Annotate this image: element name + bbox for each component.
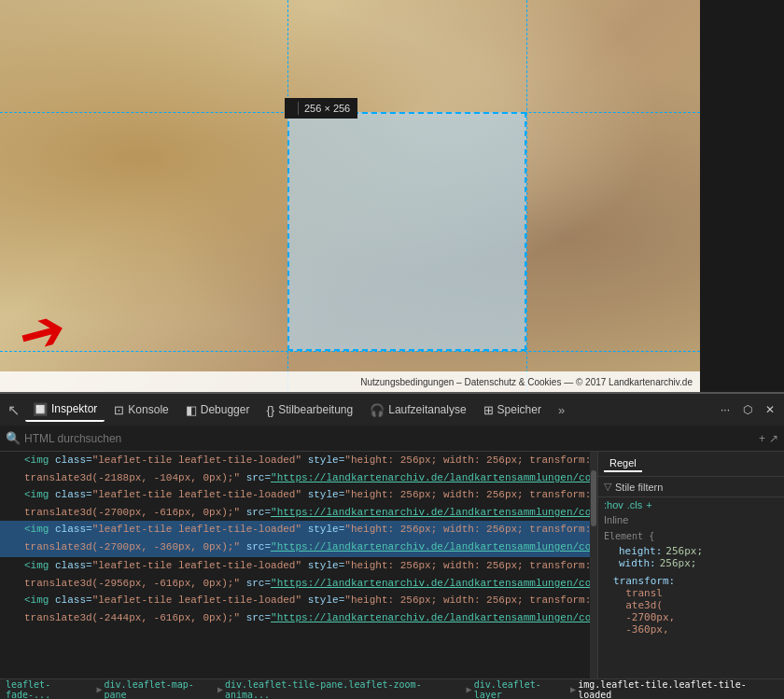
tab-laufzeit-label: Laufzeitanalyse [388,403,466,416]
tab-stil-label: Stilbearbeitung [278,403,353,416]
breadcrumb-item[interactable]: div.leaflet-layer [474,679,568,700]
prop-width: width: 256px; [604,557,778,569]
more-tabs-button[interactable]: » [554,403,568,417]
breadcrumb-item[interactable]: div.leaflet-tile-pane.leaflet-zoom-anima… [225,679,465,700]
close-devtools-button[interactable]: ✕ [760,399,780,420]
tab-inspektor[interactable]: 🔲 Inspektor [25,398,105,422]
inspector-icon[interactable]: ↖ [4,401,23,419]
filter-bar: ▽ Stile filtern [598,477,784,497]
map-footer: Nutzungsbedingungen – Datenschutz & Cook… [0,371,700,392]
tab-regel[interactable]: Regel [604,455,642,472]
code-line: <img class="leaflet-tile leaflet-tile-lo… [0,557,590,575]
cls-option[interactable]: .cls [627,499,643,510]
tooltip-size: 256 × 256 [304,103,350,114]
breadcrumb-item[interactable]: div.leaflet-map-pane [105,679,216,700]
stil-icon: {} [266,403,274,417]
breadcrumb-item[interactable]: leaflet-fade-... [6,679,95,700]
tooltip-divider [298,102,299,115]
inline-label: Inline [598,512,784,527]
hov-option[interactable]: :hov [604,499,623,510]
tab-inspektor-label: Inspektor [51,402,97,415]
filter-icon: ▽ [604,481,611,493]
code-main: <img class="leaflet-tile leaflet-tile-lo… [0,452,590,678]
tab-speicher-label: Speicher [497,403,541,416]
code-line: <img class="leaflet-tile leaflet-tile-lo… [0,486,590,504]
add-search-button[interactable]: + [759,432,765,445]
code-line-highlighted: <img class="leaflet-tile leaflet-tile-lo… [0,521,590,538]
code-line-highlighted: translate3d(-2700px, -360px, 0px);" src=… [0,538,590,558]
crosshair-line-h-mid [0,351,700,352]
konsole-icon: ⊡ [114,403,124,417]
tab-debugger-label: Debugger [201,403,250,416]
devtools-right-panel: Regel ▽ Stile filtern :hov .cls + Inline… [597,452,784,678]
devtools-search-bar: 🔍 + ↗ [0,426,784,452]
devtools-code-area: <img class="leaflet-tile leaflet-tile-lo… [0,452,784,678]
devtools-breadcrumb: leaflet-fade-... ▶ div.leaflet-map-pane … [0,678,784,699]
devtools-toolbar: ↖ 🔲 Inspektor ⊡ Konsole ◧ Debugger {} St… [0,392,784,426]
map-area: 256 × 256 ➔ Nutzungsbedingungen – Datens… [0,0,700,392]
right-panel-toolbar: Regel [598,452,784,477]
filter-stile-label: Stile filtern [615,482,663,493]
element-tooltip: 256 × 256 [285,98,357,119]
scroll-thumb[interactable] [591,470,596,526]
tab-speicher[interactable]: ⊞ Speicher [476,399,549,421]
prop-height: height: 256px; [604,545,778,557]
footer-text: Nutzungsbedingungen – Datenschutz & Cook… [360,377,693,387]
hov-cls-bar: :hov .cls + [598,497,784,512]
scroll-bar[interactable] [590,452,597,678]
code-line: translate3d(-2444px, -616px, 0px);" src=… [0,609,590,627]
debugger-icon: ◧ [186,403,197,417]
plus-option[interactable]: + [646,499,651,510]
search-icon: 🔍 [6,431,21,445]
breadcrumb-item-active[interactable]: img.leaflet-tile.leaflet-tile-loaded [578,679,778,700]
laufzeit-icon: 🎧 [370,403,385,417]
speicher-icon: ⊞ [483,403,494,417]
tab-laufzeit[interactable]: 🎧 Laufzeitanalyse [362,399,473,421]
code-line: <img class="leaflet-tile leaflet-tile-lo… [0,452,590,469]
tab-debugger[interactable]: ◧ Debugger [178,399,258,421]
code-line: translate3d(-2700px, -616px, 0px);" src=… [0,504,590,522]
devtools-panel: ↖ 🔲 Inspektor ⊡ Konsole ◧ Debugger {} St… [0,392,784,699]
tab-konsole-label: Konsole [128,403,168,416]
code-line: translate3d(-2956px, -616px, 0px);" src=… [0,575,590,593]
search-input[interactable] [24,432,755,445]
search-arrow-button[interactable]: ↗ [769,432,778,445]
popout-button[interactable]: ⬡ [737,399,758,420]
inspektor-icon: 🔲 [33,402,48,416]
highlighted-tile [287,112,526,351]
tab-konsole[interactable]: ⊡ Konsole [106,399,175,421]
more-options-button[interactable]: ··· [715,399,735,420]
transform-section: transform: transl ate3d( -2700px, -360px… [598,573,784,637]
tab-stilbearbeitung[interactable]: {} Stilbearbeitung [259,399,360,421]
element-block: Element { height: 256px; width: 256px; [598,527,784,573]
right-panel [700,0,784,392]
code-line: <img class="leaflet-tile leaflet-tile-lo… [0,592,590,609]
element-label: Element { [604,531,778,541]
code-line: translate3d(-2188px, -104px, 0px);" src=… [0,469,590,487]
crosshair-line-v-right [526,0,527,392]
